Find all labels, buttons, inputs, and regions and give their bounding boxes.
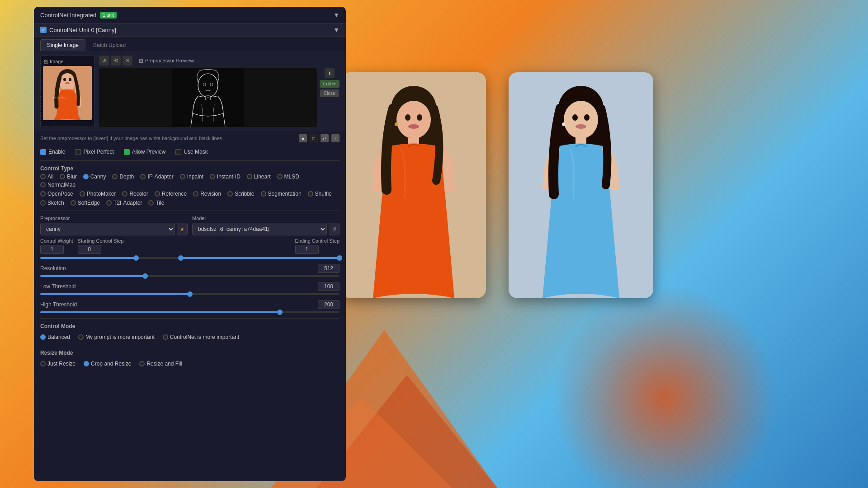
radio-softedge[interactable]: SoftEdge <box>71 200 100 206</box>
just-resize-label: Just Resize <box>47 361 75 367</box>
radio-normalmap-circle <box>40 182 46 188</box>
edit-button[interactable]: Edit ✏ <box>320 80 340 88</box>
resolution-input[interactable] <box>318 264 340 273</box>
radio-ip-adapter[interactable]: IP-Adapter <box>140 174 173 180</box>
tab-single-image[interactable]: Single Image <box>40 39 85 51</box>
svg-point-14 <box>395 122 398 126</box>
radio-scribble[interactable]: Scribble <box>227 191 254 197</box>
info-row: Set the preprocessor to [invert] if your… <box>34 131 346 145</box>
balanced-radio[interactable]: Balanced <box>40 334 70 340</box>
resize-mode-radios: Just Resize Crop and Resize Resize and F… <box>40 358 340 370</box>
preprocessor-star-btn[interactable]: ★ <box>177 223 188 235</box>
white-bg-icon[interactable]: ■ <box>299 134 307 142</box>
high-threshold-label: High Threshold <box>40 301 77 308</box>
radio-shuffle[interactable]: Shuffle <box>308 191 332 197</box>
enable-checkbox[interactable] <box>40 149 46 155</box>
controlnet-important-radio[interactable]: ControlNet is more important <box>163 334 239 340</box>
model-select[interactable]: bdsqlsz_xl_canny [a74daa41] <box>192 223 327 235</box>
info-text-label: Set the preprocessor to [invert] if your… <box>40 136 223 141</box>
blue-girl-svg <box>509 72 653 298</box>
use-mask-checkbox[interactable] <box>175 149 181 155</box>
radio-instant-id[interactable]: Instant-ID <box>210 174 241 180</box>
radio-tile[interactable]: Tile <box>148 200 164 206</box>
weight-thumb[interactable] <box>133 255 139 261</box>
radio-segmentation[interactable]: Segmentation <box>261 191 302 197</box>
radio-sketch[interactable]: Sketch <box>40 200 64 206</box>
model-refresh-btn[interactable]: ↺ <box>329 223 340 235</box>
prompt-important-label: My prompt is more important <box>85 334 155 340</box>
control-weight-input[interactable] <box>40 245 64 254</box>
radio-all[interactable]: All <box>40 174 53 180</box>
preprocessor-label-text: Preprocessor Preview <box>145 58 194 63</box>
starting-step-group: Starting Control Step <box>78 238 291 254</box>
radio-instant-id-label: Instant-ID <box>217 174 241 180</box>
radio-inpaint[interactable]: Inpaint <box>180 174 203 180</box>
image-upload-zone[interactable]: 🖼 Image <box>40 56 94 127</box>
reference-thumbnail: art draw... <box>43 66 92 120</box>
swap-icon[interactable]: ⇄ <box>321 134 329 142</box>
radio-t2i-adapter-label: T2I-Adapter <box>113 200 142 206</box>
edit-btn-label: Edit <box>323 81 331 86</box>
just-resize-radio[interactable]: Just Resize <box>40 361 75 367</box>
low-threshold-thumb[interactable] <box>187 291 193 297</box>
radio-photomaker[interactable]: PhotoMaker <box>80 191 116 197</box>
ending-thumb[interactable] <box>337 255 342 261</box>
starting-step-label: Starting Control Step <box>78 238 291 244</box>
preview-action-buttons: ⬇ Edit ✏ Close <box>320 68 340 97</box>
starting-thumb[interactable] <box>178 255 184 261</box>
svg-point-10 <box>408 124 419 129</box>
upload-tabs: Single Image Batch Upload <box>34 37 346 51</box>
radio-blur[interactable]: Blur <box>60 174 76 180</box>
resolution-thumb[interactable] <box>142 273 148 279</box>
resolution-slider-track <box>40 274 340 278</box>
high-threshold-row-label: High Threshold <box>40 300 340 309</box>
preprocessor-select[interactable]: canny <box>40 223 175 235</box>
clear-btn[interactable]: ✕ <box>123 56 132 66</box>
low-threshold-label: Low Threshold <box>40 283 76 290</box>
radio-normalmap[interactable]: NormalMap <box>40 182 75 188</box>
radio-photomaker-label: PhotoMaker <box>87 191 116 197</box>
high-threshold-input[interactable] <box>318 300 340 309</box>
svg-point-13 <box>444 183 455 192</box>
radio-ip-adapter-circle <box>140 174 146 179</box>
resize-and-fill-radio[interactable]: Resize and Fill <box>139 361 182 367</box>
download-btn[interactable]: ⬇ <box>325 68 335 78</box>
radio-recolor[interactable]: Recolor <box>122 191 148 197</box>
upload-icon[interactable]: ↑ <box>331 134 340 142</box>
weight-slider-track <box>40 256 340 260</box>
radio-canny[interactable]: Canny <box>83 174 106 180</box>
radio-lineart-label: Lineart <box>254 174 271 180</box>
ending-step-input[interactable] <box>295 245 319 254</box>
unit-collapse-arrow[interactable]: ▼ <box>333 26 340 33</box>
panel-collapse-arrow[interactable]: ▼ <box>333 11 340 19</box>
ending-step-label: Ending Control Step <box>295 238 340 244</box>
radio-openpose[interactable]: OpenPose <box>40 191 73 197</box>
allow-preview-checkbox[interactable] <box>124 149 130 155</box>
low-threshold-input[interactable] <box>318 282 340 291</box>
radio-mlsd[interactable]: MLSD <box>277 174 299 180</box>
unit-enable-checkbox[interactable]: ✓ <box>40 27 47 33</box>
radio-revision-label: Revision <box>200 191 221 197</box>
svg-point-26 <box>562 122 566 126</box>
refresh-btn[interactable]: ↺ <box>99 56 109 66</box>
undo-btn[interactable]: ⟲ <box>111 56 121 66</box>
control-type-grid: All Blur Canny Depth IP-Adapter Inpaint <box>40 174 340 191</box>
radio-openpose-label: OpenPose <box>47 191 73 197</box>
radio-revision[interactable]: Revision <box>193 191 221 197</box>
svg-point-21 <box>584 114 590 121</box>
radio-instant-id-circle <box>210 174 215 179</box>
ending-step-group: Ending Control Step <box>295 238 340 254</box>
tab-batch-upload[interactable]: Batch Upload <box>86 39 132 51</box>
close-button[interactable]: Close <box>320 89 339 97</box>
black-bg-icon[interactable]: □ <box>310 134 318 142</box>
starting-step-input[interactable] <box>78 245 101 254</box>
prompt-important-radio[interactable]: My prompt is more important <box>78 334 155 340</box>
radio-reference[interactable]: Reference <box>155 191 187 197</box>
radio-lineart[interactable]: Lineart <box>247 174 271 180</box>
high-threshold-thumb[interactable] <box>277 310 283 315</box>
control-mode-label: Control Mode <box>40 320 340 331</box>
crop-and-resize-radio[interactable]: Crop and Resize <box>84 361 131 367</box>
radio-t2i-adapter[interactable]: T2I-Adapter <box>106 200 142 206</box>
pixel-perfect-checkbox[interactable] <box>75 149 81 155</box>
radio-depth[interactable]: Depth <box>112 174 134 180</box>
